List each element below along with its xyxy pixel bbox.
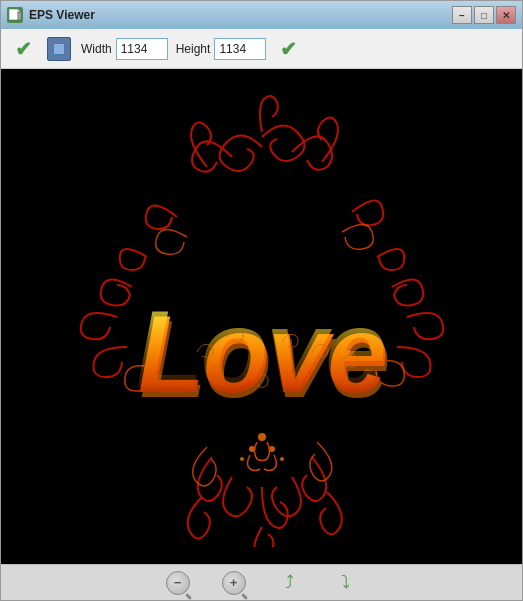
check-left-icon: ✔ [15, 37, 32, 61]
svg-point-10 [280, 457, 284, 461]
close-button[interactable]: ✕ [496, 6, 516, 24]
check-right-icon: ✔ [280, 37, 297, 61]
art-container: Love Love Love [1, 69, 522, 564]
width-field-group: Width [81, 38, 168, 60]
rotate-right-icon: ⤵ [341, 572, 350, 593]
check-right-button[interactable]: ✔ [274, 35, 302, 63]
rotate-right-button[interactable]: ⤵ [330, 569, 362, 597]
rotate-left-button[interactable]: ⤴ [274, 569, 306, 597]
svg-rect-0 [9, 9, 18, 20]
window-controls: − □ ✕ [452, 6, 516, 24]
check-left-button[interactable]: ✔ [9, 35, 37, 63]
title-bar: EPS Viewer − □ ✕ [1, 1, 522, 29]
app-icon [7, 7, 23, 23]
love-text: Love Love Love [135, 287, 388, 420]
svg-point-9 [240, 457, 244, 461]
zoom-out-icon: − [166, 571, 190, 595]
minimize-button[interactable]: − [452, 6, 472, 24]
svg-point-6 [258, 433, 266, 441]
height-input[interactable] [214, 38, 266, 60]
svg-rect-1 [18, 12, 21, 20]
maximize-button[interactable]: □ [474, 6, 494, 24]
window-title: EPS Viewer [29, 8, 446, 22]
zoom-in-icon: + [222, 571, 246, 595]
zoom-out-button[interactable]: − [162, 569, 194, 597]
width-label: Width [81, 42, 112, 56]
zoom-in-button[interactable]: + [218, 569, 250, 597]
svg-text:Love: Love [135, 287, 384, 410]
save-icon [47, 37, 71, 61]
canvas-area: Love Love Love [1, 69, 522, 564]
height-field-group: Height [176, 38, 267, 60]
toolbar: ✔ Width Height ✔ [1, 29, 522, 69]
statusbar: − + ⤴ ⤵ [1, 564, 522, 600]
width-input[interactable] [116, 38, 168, 60]
love-art-svg: Love Love Love [32, 87, 492, 547]
rotate-left-icon: ⤴ [285, 572, 294, 593]
height-label: Height [176, 42, 211, 56]
main-window: EPS Viewer − □ ✕ ✔ Width Height ✔ [0, 0, 523, 601]
save-button[interactable] [45, 35, 73, 63]
